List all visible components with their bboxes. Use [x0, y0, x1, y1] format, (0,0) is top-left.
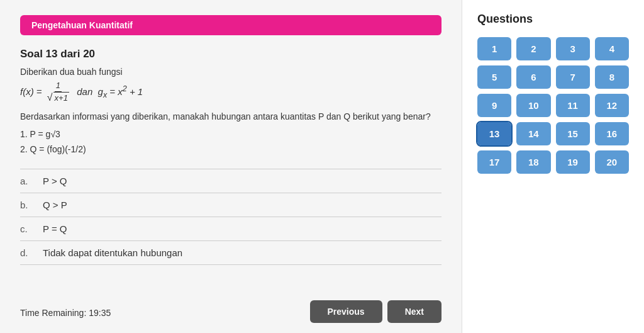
category-badge[interactable]: Pengetahuan Kuantitatif	[20, 15, 441, 35]
question-btn-13[interactable]: 13	[477, 122, 511, 145]
question-btn-20[interactable]: 20	[595, 150, 629, 174]
option-c[interactable]: c. P = Q	[20, 217, 441, 241]
sidebar-title: Questions	[477, 13, 629, 26]
option-text-a: P > Q	[43, 176, 67, 186]
condition-1: 1. P = g√3	[20, 127, 441, 142]
question-btn-5[interactable]: 5	[477, 65, 511, 89]
option-label-a: a.	[20, 176, 33, 186]
formula-line: f(x) = 1 √ x+1 dan gx = x2 + 1	[20, 81, 441, 104]
condition-list: 1. P = g√3 2. Q = (fog)(-1/2)	[20, 127, 441, 157]
question-number: Soal 13 dari 20	[20, 48, 441, 60]
questions-grid: 1234567891011121314151617181920	[477, 37, 629, 174]
question-btn-9[interactable]: 9	[477, 94, 511, 117]
option-text-c: P = Q	[43, 223, 67, 234]
question-btn-14[interactable]: 14	[516, 122, 550, 145]
main-content: Pengetahuan Kuantitatif Soal 13 dari 20 …	[0, 0, 462, 333]
condition-2: 2. Q = (fog)(-1/2)	[20, 142, 441, 157]
question-btn-19[interactable]: 19	[556, 150, 590, 174]
question-btn-3[interactable]: 3	[556, 37, 590, 60]
question-btn-8[interactable]: 8	[595, 65, 629, 89]
question-btn-12[interactable]: 12	[595, 94, 629, 117]
option-text-b: Q > P	[43, 200, 67, 210]
question-intro: Diberikan dua buah fungsi	[20, 67, 441, 77]
formula-fx: f(x) = 1 √ x+1 dan gx = x2 + 1	[20, 81, 143, 104]
question-btn-10[interactable]: 10	[516, 94, 550, 117]
option-a[interactable]: a. P > Q	[20, 169, 441, 193]
question-btn-2[interactable]: 2	[516, 37, 550, 60]
question-btn-6[interactable]: 6	[516, 65, 550, 89]
option-label-b: b.	[20, 200, 33, 210]
options-list: a. P > Q b. Q > P c. P = Q d. Tidak dapa…	[20, 169, 441, 265]
question-btn-7[interactable]: 7	[556, 65, 590, 89]
question-btn-15[interactable]: 15	[556, 122, 590, 145]
question-btn-16[interactable]: 16	[595, 122, 629, 145]
question-btn-1[interactable]: 1	[477, 37, 511, 60]
option-d[interactable]: d. Tidak dapat ditentukan hubungan	[20, 241, 441, 265]
question-btn-17[interactable]: 17	[477, 150, 511, 174]
option-text-d: Tidak dapat ditentukan hubungan	[43, 247, 182, 258]
prev-button[interactable]: Previous	[310, 300, 382, 323]
option-label-c: c.	[20, 223, 33, 234]
nav-buttons: Previous Next	[310, 300, 442, 323]
option-label-d: d.	[20, 247, 33, 258]
option-b[interactable]: b. Q > P	[20, 193, 441, 217]
next-button[interactable]: Next	[387, 300, 441, 323]
question-btn-18[interactable]: 18	[516, 150, 550, 174]
question-btn-4[interactable]: 4	[595, 37, 629, 60]
sidebar: Questions 123456789101112131415161718192…	[462, 0, 644, 333]
question-btn-11[interactable]: 11	[556, 94, 590, 117]
question-text: Berdasarkan informasi yang diberikan, ma…	[20, 110, 441, 123]
